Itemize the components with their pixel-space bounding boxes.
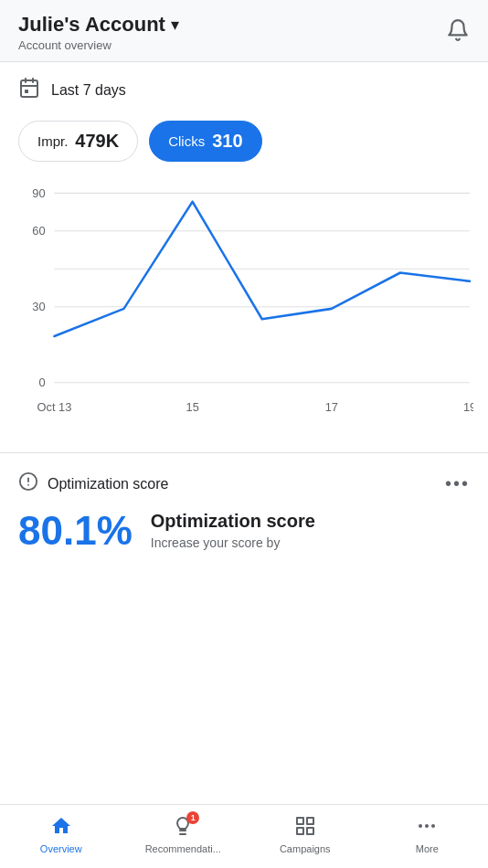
bell-icon[interactable] xyxy=(446,18,470,48)
svg-text:15: 15 xyxy=(186,400,198,414)
calendar-icon xyxy=(18,77,40,104)
svg-point-28 xyxy=(431,824,435,828)
pills-row: Impr. 479K Clicks 310 xyxy=(0,113,488,175)
dropdown-icon[interactable]: ▾ xyxy=(171,15,179,35)
pill-clicks[interactable]: Clicks 310 xyxy=(149,121,261,162)
optimization-section-title: Optimization score xyxy=(48,476,169,492)
svg-text:60: 60 xyxy=(32,224,45,238)
nav-overview-label: Overview xyxy=(40,843,82,854)
nav-overview-icon-wrap xyxy=(50,815,72,841)
svg-point-27 xyxy=(425,824,429,828)
date-range-label: Last 7 days xyxy=(51,82,126,99)
svg-text:90: 90 xyxy=(32,185,45,199)
date-range-section[interactable]: Last 7 days xyxy=(0,62,488,113)
optimization-title-row: Optimization score xyxy=(18,471,169,496)
pill-impr-value: 479K xyxy=(75,131,119,152)
recommendations-badge: 1 xyxy=(186,811,199,824)
account-title: Julie's Account xyxy=(18,13,165,37)
nav-overview[interactable]: Overview xyxy=(0,805,122,868)
nav-more-icon-wrap xyxy=(416,815,438,841)
more-options-button[interactable]: ••• xyxy=(445,473,470,494)
nav-campaigns-icon-wrap xyxy=(294,815,316,841)
nav-campaigns[interactable]: Campaigns xyxy=(244,805,366,868)
header: Julie's Account ▾ Account overview xyxy=(0,0,488,62)
svg-rect-0 xyxy=(21,80,37,97)
pill-clicks-value: 310 xyxy=(212,131,242,152)
chart-section: 90 60 30 0 Oct 13 15 17 19 xyxy=(0,175,488,449)
svg-point-26 xyxy=(419,824,422,828)
svg-rect-25 xyxy=(307,828,313,834)
chart-svg: 90 60 30 0 Oct 13 15 17 19 xyxy=(9,184,473,439)
optimization-header: Optimization score ••• xyxy=(18,471,470,496)
svg-rect-24 xyxy=(297,828,303,834)
opt-card-title: Optimization score xyxy=(151,511,315,532)
pill-clicks-label: Clicks xyxy=(168,133,205,149)
section-divider xyxy=(0,452,488,453)
nav-recommendations-label: Recommendati... xyxy=(145,843,221,854)
nav-recommendations[interactable]: 1 Recommendati... xyxy=(122,805,245,868)
nav-campaigns-label: Campaigns xyxy=(280,843,331,854)
header-left: Julie's Account ▾ Account overview xyxy=(18,13,179,52)
optimization-score: 80.1% xyxy=(18,511,133,551)
home-icon xyxy=(50,815,72,837)
lightbulb-icon xyxy=(18,471,38,496)
opt-card-subtitle: Increase your score by xyxy=(151,535,315,550)
svg-text:Oct 13: Oct 13 xyxy=(37,400,72,414)
pill-impr[interactable]: Impr. 479K xyxy=(18,121,138,162)
svg-rect-22 xyxy=(297,818,303,824)
pill-impr-label: Impr. xyxy=(37,133,68,149)
header-title-row[interactable]: Julie's Account ▾ xyxy=(18,13,179,37)
svg-rect-4 xyxy=(25,90,28,93)
campaigns-icon xyxy=(294,815,316,837)
svg-rect-23 xyxy=(307,818,313,824)
bottom-nav: Overview 1 Recommendati... Campaigns xyxy=(0,804,488,868)
svg-text:0: 0 xyxy=(38,376,45,389)
svg-text:30: 30 xyxy=(32,300,45,313)
main-content: Julie's Account ▾ Account overview Last … xyxy=(0,0,488,640)
more-dots-icon xyxy=(416,815,438,837)
account-subtitle: Account overview xyxy=(18,38,179,52)
nav-more[interactable]: More xyxy=(366,805,489,868)
optimization-description: Optimization score Increase your score b… xyxy=(151,511,315,550)
svg-text:19: 19 xyxy=(463,400,473,414)
optimization-body: 80.1% Optimization score Increase your s… xyxy=(18,511,470,560)
nav-recommendations-icon-wrap: 1 xyxy=(172,815,194,841)
nav-more-label: More xyxy=(416,843,439,854)
optimization-section: Optimization score ••• 80.1% Optimizatio… xyxy=(0,457,488,571)
chart-container: 90 60 30 0 Oct 13 15 17 19 xyxy=(9,184,473,439)
svg-text:17: 17 xyxy=(325,400,338,414)
